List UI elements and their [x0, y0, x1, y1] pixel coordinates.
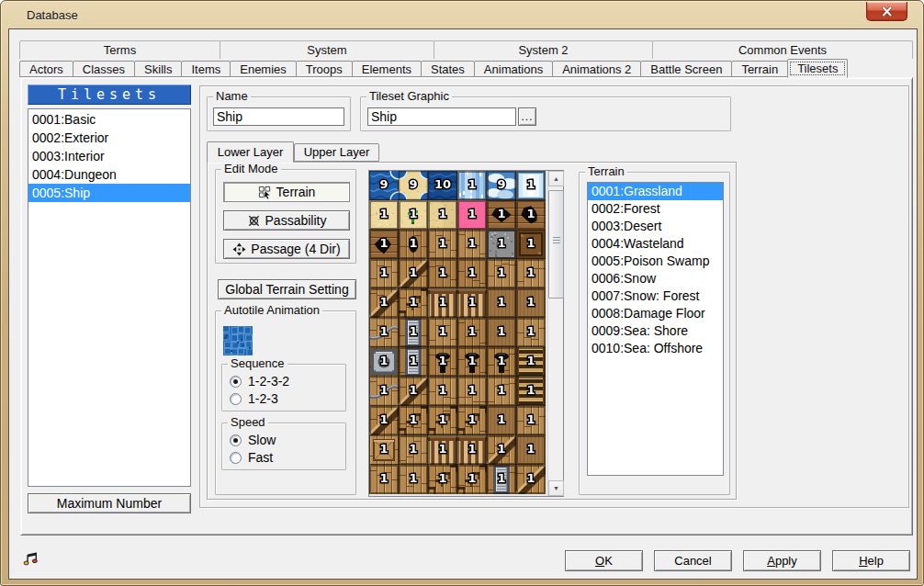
- window-title: Database: [27, 8, 78, 22]
- category-tab-row: TermsSystemSystem 2Common Events: [20, 40, 913, 59]
- tab-battle-screen[interactable]: Battle Screen: [640, 61, 732, 77]
- terrain-list-item[interactable]: 0010:Sea: Offshore: [588, 340, 723, 357]
- terrain-mode-icon: [258, 186, 272, 199]
- passage-4-dir-mode-button[interactable]: Passage (4 Dir): [223, 239, 350, 259]
- tab-skills[interactable]: Skills: [134, 61, 182, 77]
- radio-sequence-1-2-3-2[interactable]: 1-2-3-2: [230, 374, 289, 389]
- speed-group-label: Speed: [228, 416, 268, 429]
- name-group-label: Name: [213, 90, 251, 103]
- tab-enemies[interactable]: Enemies: [230, 61, 297, 77]
- radio-label: Fast: [248, 450, 273, 465]
- tileset-graphic-group-label: Tileset Graphic: [366, 90, 452, 103]
- tileset-list-item[interactable]: 0003:Interior: [28, 147, 190, 165]
- tab-elements[interactable]: Elements: [352, 61, 422, 77]
- scroll-up-button[interactable]: ▲: [548, 171, 564, 186]
- tileset-list[interactable]: 0001:Basic0002:Exterior0003:Interior0004…: [28, 108, 191, 487]
- tab-lower-layer[interactable]: Lower Layer: [207, 141, 294, 163]
- terrain-list-item[interactable]: 0005:Poison Swamp: [588, 253, 723, 270]
- radio-button[interactable]: [230, 393, 242, 405]
- terrain-list-item[interactable]: 0004:Wasteland: [588, 235, 723, 253]
- tileset-graphic-browse-button[interactable]: ...: [518, 107, 536, 126]
- tab-animations-2[interactable]: Animations 2: [552, 61, 641, 77]
- tab-states[interactable]: States: [421, 61, 475, 77]
- terrain-list-item[interactable]: 0006:Snow: [588, 270, 723, 287]
- ok-button[interactable]: OK: [565, 550, 643, 571]
- cancel-button[interactable]: Cancel: [654, 550, 732, 571]
- radio-label: Slow: [248, 433, 276, 447]
- tab-actors[interactable]: Actors: [19, 61, 73, 77]
- terrain-list-item[interactable]: 0008:Damage Floor: [588, 305, 723, 322]
- maximum-number-button[interactable]: Maximum Number: [28, 493, 191, 513]
- speed-group: Speed SlowFast: [221, 423, 346, 470]
- radio-button[interactable]: [230, 376, 242, 388]
- tab-terrain[interactable]: Terrain: [731, 61, 788, 77]
- sequence-group-label: Sequence: [228, 357, 287, 370]
- passability-icon: [247, 214, 261, 228]
- tileset-preview-canvas[interactable]: [369, 171, 546, 494]
- tileset-graphic-input[interactable]: [367, 107, 516, 126]
- radio-speed-fast[interactable]: Fast: [230, 450, 273, 465]
- passability-mode-button[interactable]: Passability: [223, 210, 350, 231]
- category-tab-common-events[interactable]: Common Events: [652, 40, 913, 59]
- tab-upper-layer[interactable]: Upper Layer: [294, 143, 379, 162]
- radio-sequence-1-2-3[interactable]: 1-2-3: [230, 391, 278, 406]
- radio-label: 1-2-3: [248, 391, 278, 406]
- terrain-group-label: Terrain: [585, 165, 627, 178]
- tileset-list-item[interactable]: 0005:Ship: [28, 184, 190, 202]
- database-window: Database TermsSystemSystem 2Common Event…: [0, 0, 924, 586]
- scroll-down-button[interactable]: ▼: [548, 480, 564, 496]
- edit-mode-group: Edit Mode TerrainPassabilityPassage (4 D…: [215, 169, 356, 264]
- terrain-list-item[interactable]: 0003:Desert: [588, 218, 723, 235]
- sequence-group: Sequence 1-2-3-21-2-3: [221, 364, 346, 411]
- radio-speed-slow[interactable]: Slow: [230, 433, 276, 447]
- tab-classes[interactable]: Classes: [73, 61, 135, 77]
- terrain-list-item[interactable]: 0001:Grassland: [588, 183, 723, 200]
- music-note-icon: [23, 550, 39, 567]
- terrain-list-item[interactable]: 0009:Sea: Shore: [588, 322, 723, 340]
- tileset-list-item[interactable]: 0002:Exterior: [28, 129, 190, 147]
- radio-label: 1-2-3-2: [248, 374, 289, 389]
- autotile-animation-group: Autotile Animation Sequence 1-2-3-21-2-3…: [215, 310, 356, 495]
- radio-button[interactable]: [230, 434, 242, 446]
- terrain-list-item[interactable]: 0002:Forest: [588, 200, 723, 218]
- category-tab-terms[interactable]: Terms: [19, 40, 220, 59]
- scrollbar-thumb[interactable]: [548, 190, 564, 299]
- tab-animations[interactable]: Animations: [474, 61, 553, 77]
- terrain-mode-button[interactable]: Terrain: [223, 182, 350, 202]
- autotile-preview: [223, 326, 253, 355]
- tab-tilesets[interactable]: Tilesets: [787, 59, 848, 78]
- help-button[interactable]: Help: [832, 550, 910, 571]
- dialog-client-area: TermsSystemSystem 2Common Events ActorsC…: [8, 28, 918, 580]
- tileset-preview[interactable]: ▲ ▼: [368, 170, 564, 497]
- tileset-list-item[interactable]: 0001:Basic: [28, 110, 190, 129]
- close-button[interactable]: [866, 2, 907, 21]
- tilesets-list-header: Tilesets: [28, 85, 191, 105]
- tab-row: ActorsClassesSkillsItemsEnemiesTroopsEle…: [20, 59, 913, 78]
- edit-mode-group-label: Edit Mode: [221, 163, 281, 175]
- tab-items[interactable]: Items: [181, 61, 231, 77]
- category-tab-system[interactable]: System: [220, 40, 434, 59]
- terrain-group: Terrain 0001:Grassland0002:Forest0003:De…: [579, 172, 730, 495]
- apply-button[interactable]: Apply: [743, 550, 821, 571]
- tileset-preview-scrollbar[interactable]: ▲ ▼: [547, 171, 563, 496]
- terrain-list-item[interactable]: 0007:Snow: Forest: [588, 287, 723, 305]
- close-icon: [881, 6, 893, 17]
- terrain-list[interactable]: 0001:Grassland0002:Forest0003:Desert0004…: [587, 182, 724, 476]
- autotile-animation-group-label: Autotile Animation: [221, 304, 322, 317]
- title-bar[interactable]: Database: [1, 1, 923, 28]
- tileset-list-item[interactable]: 0004:Dungeon: [28, 165, 190, 184]
- tab-troops[interactable]: Troops: [296, 61, 353, 77]
- category-tab-system-2[interactable]: System 2: [434, 40, 653, 59]
- tileset-name-input[interactable]: [213, 107, 344, 126]
- radio-button[interactable]: [230, 452, 242, 464]
- passage-4dir-icon: [232, 242, 246, 256]
- global-terrain-setting-button[interactable]: Global Terrain Setting: [218, 279, 356, 299]
